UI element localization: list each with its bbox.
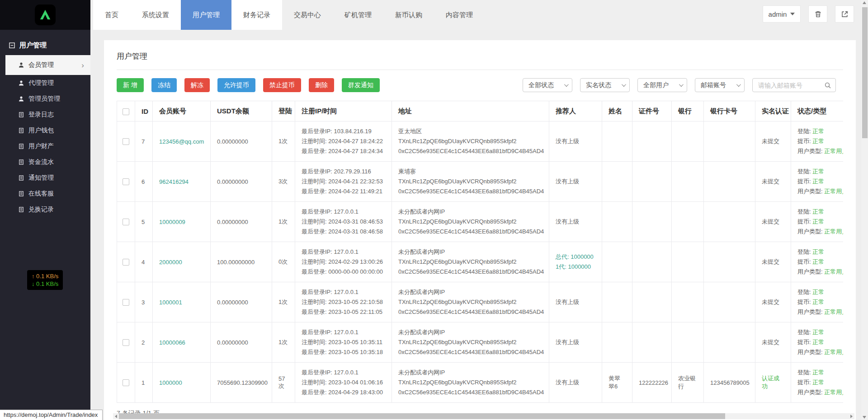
status-label: 登陆: — [797, 289, 812, 295]
toolbar-button[interactable]: 群发通知 — [342, 78, 380, 92]
address-line: 未分配或者内网IP — [398, 247, 542, 257]
address-line: 未分配或者内网IP — [398, 327, 542, 337]
nav-tab[interactable]: 交易中心 — [282, 0, 333, 30]
member-account-link[interactable]: 10000066 — [159, 339, 185, 346]
status-line: 用户类型: 正常用户 — [797, 187, 843, 196]
referrer-link[interactable]: 总代: 1000000 — [556, 252, 595, 262]
toolbar-button[interactable]: 新 增 — [117, 78, 144, 92]
cell-balance: 0.00000000 — [211, 162, 272, 202]
search-icon[interactable] — [824, 82, 831, 89]
table-row: 7123456@qq.com0.000000001次最后登录IP: 103.84… — [117, 121, 844, 162]
log-icon — [18, 175, 24, 181]
status-value: 正常 — [812, 138, 824, 145]
sidebar-item[interactable]: 登录日志 — [0, 107, 90, 122]
cell-address: 未分配或者内网IPTXnLRc1ZpQE6bgDUayKVCRQnb895Skf… — [392, 242, 549, 282]
select-all-checkbox[interactable] — [123, 108, 129, 115]
log-icon — [18, 191, 24, 197]
admin-menu-label: admin — [769, 10, 787, 18]
cell-name — [602, 282, 632, 322]
filter-select[interactable]: 实名状态 — [580, 78, 630, 92]
cell-address: 未分配或者内网IPTXnLRc1ZpQE6bgDUayKVCRQnb895Skf… — [392, 282, 549, 322]
ip-line: 最后登录IP: 103.84.216.19 — [302, 126, 385, 136]
row-checkbox[interactable] — [123, 219, 129, 225]
member-account-link[interactable]: 10000009 — [159, 219, 185, 225]
sidebar-item[interactable]: 资金流水 — [0, 154, 90, 170]
cell-status: 登陆: 正常提币: 正常用户类型: 正常用户 — [791, 242, 844, 282]
log-icon — [18, 143, 24, 149]
column-header: 会员账号 — [153, 101, 211, 121]
cell-bank — [672, 162, 704, 202]
sidebar-menu: 会员管理›代理管理管理员管理登录日志用户钱包用户财产资金流水通知管理在线客服兑换… — [0, 55, 90, 217]
search-input[interactable] — [758, 82, 824, 89]
member-account-link[interactable]: 962416294 — [159, 178, 189, 185]
status-value: 正常用户 — [824, 228, 843, 235]
member-account-link[interactable]: 123456@qq.com — [159, 138, 204, 145]
sidebar-item[interactable]: 用户财产 — [0, 138, 90, 154]
toolbar-button[interactable]: 禁止提币 — [263, 78, 301, 92]
sidebar-item[interactable]: 通知管理 — [0, 170, 90, 186]
scroll-left-arrow-icon[interactable] — [113, 413, 119, 419]
main-content: 用户管理 新 增冻结解冻允许提币禁止提币删除群发通知 全部状态实名状态全部用户邮… — [90, 30, 861, 420]
nav-tab[interactable]: 财务记录 — [231, 0, 282, 30]
nav-tab[interactable]: 矿机管理 — [333, 0, 383, 30]
cell-id-number — [632, 121, 672, 162]
row-checkbox[interactable] — [123, 178, 129, 185]
filter-select[interactable]: 邮箱账号 — [695, 78, 745, 92]
admin-menu-button[interactable]: admin — [763, 5, 801, 23]
sidebar-section-header[interactable]: 用户管理 — [0, 35, 90, 55]
sidebar-item[interactable]: 兑换记录 — [0, 201, 90, 217]
nav-tab[interactable]: 内容管理 — [434, 0, 485, 30]
row-checkbox[interactable] — [123, 259, 129, 266]
table-row: 42000000100.000000000次最后登录IP: 127.0.0.1注… — [117, 242, 844, 282]
filter-select[interactable]: 全部用户 — [637, 78, 687, 92]
sidebar-item[interactable]: 会员管理› — [5, 55, 90, 75]
member-account-link[interactable]: 2000000 — [159, 259, 182, 266]
horizontal-scrollbar-thumb[interactable] — [119, 413, 725, 419]
sidebar-item-label: 用户钱包 — [28, 126, 54, 135]
cell-logins: 1次 — [272, 282, 295, 322]
table-row: 69624162940.000000003次最后登录IP: 202.79.29.… — [117, 162, 844, 202]
vertical-scrollbar-thumb[interactable] — [862, 7, 868, 138]
collapse-minus-icon — [9, 42, 15, 48]
clear-cache-button[interactable] — [808, 5, 827, 23]
toolbar-button[interactable]: 解冻 — [184, 78, 210, 92]
cell-account: 10000009 — [153, 202, 211, 242]
sidebar-item[interactable]: 在线客服 — [0, 186, 90, 201]
toolbar-button[interactable]: 允许提币 — [217, 78, 255, 92]
app-logo[interactable] — [35, 5, 56, 25]
nav-tab[interactable]: 用户管理 — [181, 0, 231, 30]
logout-button[interactable] — [835, 5, 854, 23]
logo-strip — [0, 0, 90, 30]
sidebar-item[interactable]: 代理管理 — [0, 75, 90, 91]
cell-id: 1 — [135, 363, 153, 403]
cell-ip-time: 最后登录IP: 103.84.216.19注册时间: 2024-04-27 18… — [295, 121, 392, 162]
referrer-link[interactable]: 1代: 1000000 — [556, 262, 595, 272]
row-checkbox[interactable] — [123, 138, 129, 145]
sidebar-item[interactable]: 管理员管理 — [0, 91, 90, 107]
status-line: 提币: 正常 — [797, 378, 843, 387]
scroll-up-arrow-icon[interactable] — [863, 1, 866, 4]
sidebar-item-label: 在线客服 — [28, 190, 54, 198]
ip-line: 最后登录IP: 127.0.0.1 — [302, 368, 385, 378]
scroll-down-arrow-icon[interactable] — [863, 416, 866, 419]
nav-tab[interactable]: 新币认购 — [383, 0, 434, 30]
filter-select[interactable]: 全部状态 — [523, 78, 572, 92]
nav-tab[interactable]: 首页 — [93, 0, 130, 30]
cell-balance: 0.00000000 — [211, 322, 272, 363]
sidebar-item[interactable]: 用户钱包 — [0, 122, 90, 138]
row-checkbox[interactable] — [123, 339, 129, 346]
row-checkbox[interactable] — [123, 379, 129, 386]
status-value: 正常 — [812, 258, 824, 265]
address-line: TXnLRc1ZpQE6bgDUayKVCRQnb895Skfpf2 — [398, 297, 542, 307]
column-header: 推荐人 — [549, 101, 602, 121]
ip-line: 注册时间: 2024-03-31 08:46:53 — [302, 217, 385, 227]
row-select-cell — [117, 363, 135, 403]
nav-tab[interactable]: 系统设置 — [130, 0, 181, 30]
row-checkbox[interactable] — [123, 299, 129, 306]
table-row: 2100000660.000000001次最后登录IP: 127.0.0.1注册… — [117, 322, 844, 363]
member-account-link[interactable]: 1000000 — [159, 379, 182, 386]
toolbar-button[interactable]: 冻结 — [151, 78, 177, 92]
member-account-link[interactable]: 1000001 — [159, 299, 182, 306]
scroll-right-arrow-icon[interactable] — [849, 413, 854, 419]
toolbar-button[interactable]: 删除 — [309, 78, 334, 92]
